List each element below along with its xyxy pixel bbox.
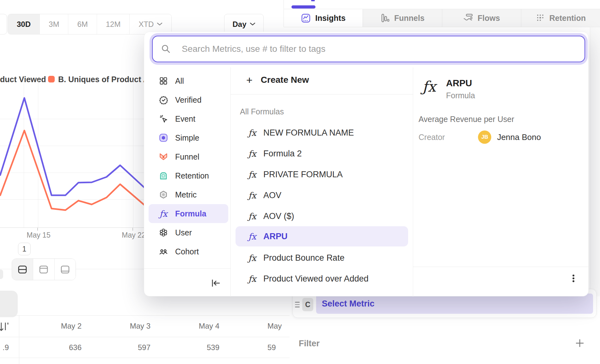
tab-funnels[interactable]: Funnels [363, 9, 442, 27]
sidebar-item-label: Funnel [175, 152, 199, 161]
layout-table-only-button[interactable] [55, 259, 76, 280]
results-table: May 2 May 3 May 4 May .9 636 597 539 59 [0, 313, 290, 364]
sidebar-item-cohort[interactable]: Cohort [149, 242, 228, 261]
more-options-kebab-icon[interactable] [570, 274, 577, 283]
table-border [0, 358, 290, 358]
formula-item-label: Product Bounce Rate [263, 253, 345, 263]
fx-icon: ƒx [246, 170, 258, 179]
fx-icon: ƒx [246, 211, 258, 221]
page-edge-strip [590, 27, 600, 296]
fx-icon: ƒx [246, 128, 258, 138]
toolbar-partial-button[interactable] [0, 14, 7, 34]
sidebar-item-label: Retention [175, 171, 209, 180]
x-tick [132, 228, 133, 231]
insights-chart-icon [301, 13, 311, 23]
formula-item[interactable]: ƒx PRIVATE FORMULA [236, 164, 408, 185]
header-divider [284, 0, 284, 9]
collapse-sidebar-icon[interactable] [211, 278, 221, 288]
funnel-metric-icon [158, 151, 169, 162]
formula-item[interactable]: ƒx AOV ($) [236, 206, 408, 226]
sidebar-item-event[interactable]: Event [149, 109, 228, 128]
range-6m-button[interactable]: 6M [68, 14, 97, 34]
formula-item[interactable]: ƒx Product Bounce Rate [236, 248, 408, 268]
detail-creator-row: Creator JB Jenna Bono [419, 130, 583, 144]
sort-descending-icon[interactable] [0, 321, 9, 332]
create-new-button[interactable]: + Create New [236, 75, 309, 85]
range-30d-button[interactable]: 30D [8, 14, 40, 34]
col-header[interactable]: May 2 [20, 322, 82, 331]
layout-toggle-group [12, 258, 76, 280]
fx-icon: ƒx [246, 274, 258, 284]
modal-divider [230, 67, 231, 297]
sidebar-item-formula[interactable]: ƒx Formula [149, 204, 228, 223]
line-chart[interactable] [0, 79, 145, 230]
layout-split-icon [17, 265, 28, 274]
range-3m-button[interactable]: 3M [40, 14, 68, 34]
event-cursor-icon [158, 113, 169, 124]
sidebar-item-all[interactable]: All [149, 71, 228, 90]
table-cell-clipped: 59 [267, 343, 276, 352]
tab-insights-label: Insights [315, 14, 346, 23]
series-number-badge[interactable]: 1 [18, 243, 31, 255]
formula-item[interactable]: ƒx Product Viewed over Added [236, 269, 408, 289]
formula-item[interactable]: ƒx NEW FORMULA NAME [236, 123, 408, 143]
formula-item[interactable]: ƒx AOV [236, 185, 408, 205]
formula-item[interactable]: ƒx Formula 2 [236, 143, 408, 164]
user-flower-icon [158, 227, 169, 238]
formula-item-label: PRIVATE FORMULA [263, 170, 343, 179]
col-header[interactable]: May 3 [89, 322, 150, 331]
select-metric-label: Select Metric [322, 299, 375, 309]
report-tabbar: Insights Funnels Flows Retention [284, 9, 600, 27]
creator-avatar: JB [478, 130, 491, 144]
sidebar-item-retention[interactable]: Retention [149, 166, 228, 185]
sidebar-footer-divider [144, 268, 230, 269]
formula-item-label: AOV ($) [263, 211, 294, 221]
range-xtd-button[interactable]: XTD [130, 14, 171, 34]
range-12m-button[interactable]: 12M [97, 14, 130, 34]
detail-fx-icon: ƒx [422, 78, 436, 95]
tab-funnels-label: Funnels [394, 14, 425, 23]
flows-squiggle-icon [463, 13, 473, 23]
series-a-line [0, 98, 145, 195]
table-border [0, 315, 290, 316]
sidebar-item-funnel[interactable]: Funnel [149, 147, 228, 166]
select-metric-button[interactable]: Select Metric [316, 294, 593, 314]
formula-item-label: Product Viewed over Added [263, 274, 369, 284]
col-header[interactable]: May 4 [157, 322, 219, 331]
sidebar-item-metric[interactable]: Metric [149, 185, 228, 204]
sidebar-item-label: Formula [175, 209, 206, 218]
table-cell: 597 [89, 343, 150, 352]
formula-item-label: ARPU [263, 232, 288, 241]
tab-flows[interactable]: Flows [442, 9, 521, 27]
search-icon [161, 44, 171, 54]
drag-handle-icon[interactable] [295, 302, 300, 309]
col-header-clipped[interactable]: May [267, 322, 282, 331]
table-frozen-divider [19, 315, 19, 364]
sidebar-item-label: Event [175, 114, 195, 124]
layout-chart-only-button[interactable] [33, 259, 54, 280]
sidebar-item-user[interactable]: User [149, 223, 228, 242]
layout-bottom-icon [60, 265, 70, 274]
sidebar-item-simple[interactable]: Simple [149, 128, 228, 147]
active-tab-indicator [291, 5, 315, 9]
layout-split-button[interactable] [12, 259, 33, 280]
table-cell-frozen: .9 [0, 343, 9, 352]
sidebar-item-verified[interactable]: Verified [149, 90, 228, 109]
tab-insights[interactable]: Insights [284, 9, 363, 27]
detail-footer-divider [413, 267, 589, 267]
formula-item-label: Formula 2 [263, 149, 302, 159]
formula-item-selected[interactable]: ƒx ARPU [236, 226, 408, 246]
cropped-purple-fragment [311, 0, 315, 1]
sidebar-item-label: Verified [175, 95, 201, 105]
layout-top-icon [39, 265, 49, 274]
all-grid-icon [158, 76, 169, 86]
add-filter-button[interactable] [575, 338, 585, 348]
app-root: { "toolbar": { "range_options": ["30D", … [0, 0, 600, 364]
granularity-label: Day [232, 20, 246, 29]
sidebar-item-label: User [175, 228, 192, 237]
tab-retention[interactable]: Retention [521, 9, 600, 27]
list-section-label: All Formulas [240, 107, 284, 116]
date-range-group: 30D 3M 6M 12M XTD [8, 14, 172, 34]
filter-section-label: Filter [299, 339, 320, 349]
metric-search-input[interactable]: Search Metrics, use # to filter to tags [152, 36, 585, 62]
